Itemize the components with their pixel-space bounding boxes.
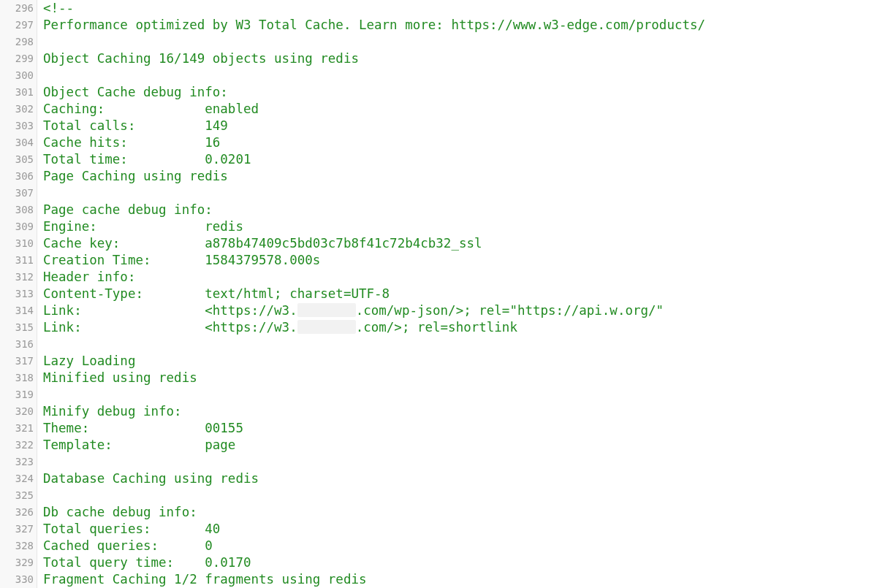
line-number: 308 [0,202,34,218]
code-line [43,67,877,84]
code-line: Header info: [43,269,877,286]
code-line: Total queries: 40 [43,521,877,538]
code-content[interactable]: <!--Performance optimized by W3 Total Ca… [37,0,877,588]
code-line [43,454,877,470]
line-number: 325 [0,487,34,504]
code-line: Caching: enabled [43,101,877,118]
line-number: 329 [0,554,34,571]
code-line: <!-- [43,0,877,17]
line-number: 307 [0,185,34,202]
line-number: 314 [0,302,34,319]
line-number: 312 [0,269,34,286]
line-number: 309 [0,218,34,235]
code-line: Db cache debug info: [43,504,877,521]
code-line: Cache key: a878b47409c5bd03c7b8f41c72b4c… [43,235,877,252]
code-line: Content-Type: text/html; charset=UTF-8 [43,286,877,302]
line-number: 304 [0,134,34,151]
line-number: 300 [0,67,34,84]
line-number: 318 [0,370,34,386]
line-number: 296 [0,0,34,17]
line-number: 303 [0,118,34,134]
line-number: 327 [0,521,34,538]
line-number: 323 [0,454,34,470]
line-number: 311 [0,252,34,269]
line-number: 301 [0,84,34,101]
code-line: Total query time: 0.0170 [43,554,877,571]
line-number: 305 [0,151,34,168]
line-number: 302 [0,101,34,118]
line-number: 330 [0,571,34,588]
line-number: 306 [0,168,34,185]
line-number: 298 [0,34,34,50]
code-line: Page Caching using redis [43,168,877,185]
code-line: Template: page [43,437,877,454]
code-line [43,386,877,403]
code-editor: 2962972982993003013023033043053063073083… [0,0,877,588]
code-line [43,336,877,353]
code-line: Creation Time: 1584379578.000s [43,252,877,269]
line-number: 313 [0,286,34,302]
code-line: Engine: redis [43,218,877,235]
line-number: 322 [0,437,34,454]
code-line: Link: <https://w3..com/wp-json/>; rel="h… [43,302,877,319]
code-line [43,34,877,50]
line-number-gutter: 2962972982993003013023033043053063073083… [0,0,37,588]
redacted-segment [297,320,356,334]
line-number: 320 [0,403,34,420]
code-line: Lazy Loading [43,353,877,370]
code-line: Total time: 0.0201 [43,151,877,168]
line-number: 299 [0,50,34,67]
line-number: 315 [0,319,34,336]
code-line: Minify debug info: [43,403,877,420]
code-line: Database Caching using redis [43,470,877,487]
code-line: Minified using redis [43,370,877,386]
line-number: 319 [0,386,34,403]
line-number: 321 [0,420,34,437]
code-line: Cache hits: 16 [43,134,877,151]
code-line: Page cache debug info: [43,202,877,218]
code-line: Total calls: 149 [43,118,877,134]
code-line [43,185,877,202]
code-line: Fragment Caching 1/2 fragments using red… [43,571,877,588]
code-line: Theme: 00155 [43,420,877,437]
line-number: 317 [0,353,34,370]
line-number: 326 [0,504,34,521]
redacted-segment [297,303,356,317]
code-line: Object Caching 16/149 objects using redi… [43,50,877,67]
line-number: 310 [0,235,34,252]
line-number: 316 [0,336,34,353]
code-line: Object Cache debug info: [43,84,877,101]
line-number: 328 [0,538,34,554]
code-line: Cached queries: 0 [43,538,877,554]
code-line: Link: <https://w3..com/>; rel=shortlink [43,319,877,336]
line-number: 324 [0,470,34,487]
code-line: Performance optimized by W3 Total Cache.… [43,17,877,34]
line-number: 297 [0,17,34,34]
code-line [43,487,877,504]
